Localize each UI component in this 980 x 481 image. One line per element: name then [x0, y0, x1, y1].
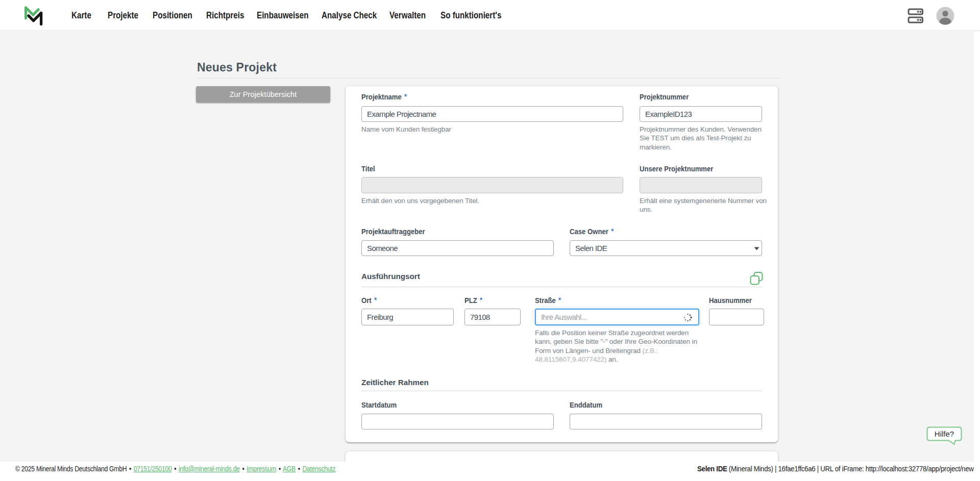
svg-text:Hilfe?: Hilfe?: [935, 429, 954, 438]
